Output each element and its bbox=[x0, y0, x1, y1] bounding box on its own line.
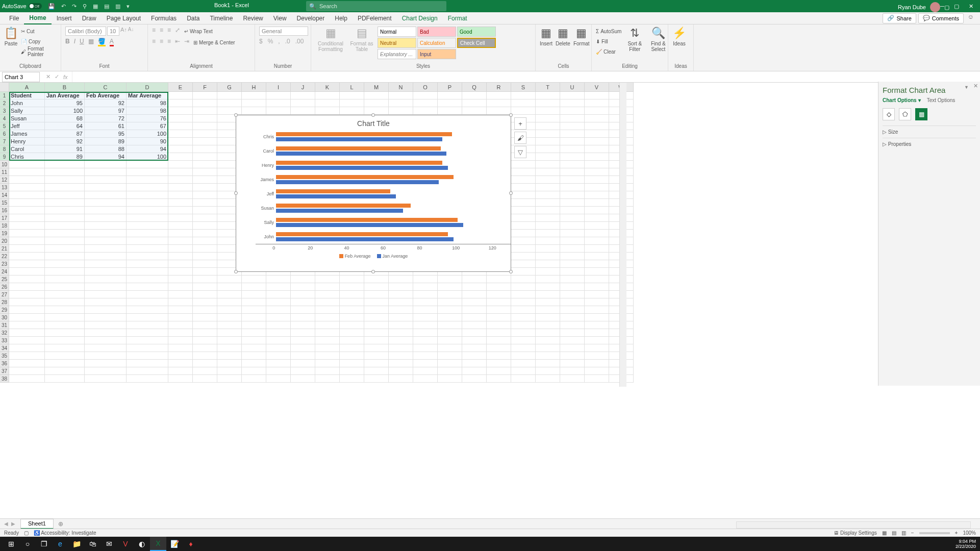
align-right-icon[interactable]: ≡ bbox=[167, 38, 171, 47]
row-header-11[interactable]: 11 bbox=[0, 168, 9, 176]
cell[interactable] bbox=[315, 298, 340, 306]
tab-help[interactable]: Help bbox=[330, 12, 353, 24]
ideas-button[interactable]: ⚡Ideas bbox=[672, 27, 686, 46]
cell[interactable] bbox=[560, 283, 585, 291]
cell[interactable]: 88 bbox=[85, 145, 127, 153]
cell[interactable] bbox=[413, 367, 438, 375]
row-header-30[interactable]: 30 bbox=[0, 314, 9, 321]
cell[interactable] bbox=[438, 99, 462, 107]
cell[interactable] bbox=[193, 314, 217, 321]
clock-date[interactable]: 2/22/2020 bbox=[956, 544, 976, 549]
cell[interactable] bbox=[487, 298, 511, 306]
chart-styles-button[interactable]: 🖌 bbox=[514, 132, 526, 144]
cell[interactable] bbox=[462, 107, 487, 115]
cell[interactable] bbox=[127, 283, 168, 291]
cell-style-calculation[interactable]: Calculation bbox=[417, 38, 456, 48]
row-header-18[interactable]: 18 bbox=[0, 222, 9, 230]
col-header-E[interactable]: E bbox=[168, 83, 193, 92]
cell[interactable] bbox=[45, 245, 85, 253]
decrease-font-icon[interactable]: A↓ bbox=[128, 27, 134, 36]
row-header-34[interactable]: 34 bbox=[0, 344, 9, 352]
row-header-10[interactable]: 10 bbox=[0, 161, 9, 168]
row-header-31[interactable]: 31 bbox=[0, 321, 9, 329]
cell[interactable] bbox=[168, 153, 193, 161]
page-layout-view-icon[interactable]: ▤ bbox=[892, 530, 896, 536]
cell[interactable] bbox=[9, 314, 45, 321]
cell[interactable] bbox=[340, 337, 364, 344]
font-color-button[interactable]: A bbox=[110, 38, 114, 46]
tab-format[interactable]: Format bbox=[443, 12, 472, 24]
cell[interactable] bbox=[438, 360, 462, 367]
cell[interactable] bbox=[127, 268, 168, 276]
cell-style-normal[interactable]: Normal bbox=[378, 27, 416, 37]
cell[interactable] bbox=[511, 199, 536, 207]
cell[interactable] bbox=[462, 329, 487, 337]
cell[interactable] bbox=[9, 245, 45, 253]
cell[interactable] bbox=[193, 260, 217, 268]
col-header-P[interactable]: P bbox=[438, 83, 462, 92]
cell[interactable] bbox=[364, 283, 389, 291]
size-properties-icon[interactable]: ▦ bbox=[915, 108, 927, 120]
row-header-12[interactable]: 12 bbox=[0, 176, 9, 184]
cell[interactable] bbox=[242, 276, 266, 283]
cell[interactable] bbox=[168, 337, 193, 344]
cell[interactable] bbox=[9, 283, 45, 291]
cell[interactable] bbox=[9, 306, 45, 314]
clock-time[interactable]: 9:04 PM bbox=[956, 539, 976, 544]
tab-home[interactable]: Home bbox=[24, 12, 51, 24]
col-header-A[interactable]: A bbox=[9, 83, 45, 92]
display-settings[interactable]: 🖥 Display Settings bbox=[834, 530, 876, 536]
cell[interactable] bbox=[127, 375, 168, 383]
save-icon[interactable]: 💾 bbox=[48, 3, 55, 10]
cell[interactable] bbox=[462, 92, 487, 99]
cell[interactable] bbox=[45, 352, 85, 360]
cell[interactable] bbox=[168, 176, 193, 184]
cell[interactable] bbox=[364, 298, 389, 306]
cell[interactable] bbox=[45, 161, 85, 168]
cell[interactable] bbox=[127, 245, 168, 253]
cell[interactable] bbox=[217, 352, 242, 360]
row-header-33[interactable]: 33 bbox=[0, 337, 9, 344]
cell[interactable] bbox=[168, 367, 193, 375]
cell[interactable] bbox=[266, 298, 291, 306]
chart-bar[interactable] bbox=[276, 194, 396, 198]
cell[interactable] bbox=[168, 107, 193, 115]
increase-decimal-icon[interactable]: .0 bbox=[285, 38, 290, 45]
cell[interactable] bbox=[389, 107, 413, 115]
decrease-decimal-icon[interactable]: .00 bbox=[295, 38, 304, 45]
cell[interactable] bbox=[127, 207, 168, 214]
cell[interactable] bbox=[168, 253, 193, 260]
cell[interactable] bbox=[9, 367, 45, 375]
cell[interactable] bbox=[364, 306, 389, 314]
cell[interactable] bbox=[45, 237, 85, 245]
cell[interactable] bbox=[85, 168, 127, 176]
cell[interactable] bbox=[585, 138, 609, 145]
cell[interactable] bbox=[291, 283, 315, 291]
cell[interactable] bbox=[45, 344, 85, 352]
cell[interactable] bbox=[511, 344, 536, 352]
chart-bar[interactable] bbox=[276, 161, 442, 165]
cell[interactable] bbox=[9, 276, 45, 283]
cell[interactable] bbox=[511, 214, 536, 222]
cell[interactable] bbox=[340, 321, 364, 329]
cell[interactable]: 76 bbox=[127, 115, 168, 122]
account-icon[interactable]: ☺ bbox=[966, 13, 976, 23]
cell[interactable] bbox=[389, 99, 413, 107]
cell[interactable] bbox=[585, 352, 609, 360]
cell[interactable] bbox=[9, 360, 45, 367]
accessibility-status[interactable]: ♿ Accessibility: Investigate bbox=[34, 530, 96, 536]
cell[interactable] bbox=[45, 306, 85, 314]
cell[interactable] bbox=[45, 375, 85, 383]
effects-icon[interactable]: ⬠ bbox=[899, 108, 911, 120]
cell[interactable] bbox=[45, 222, 85, 230]
chart-bar[interactable] bbox=[276, 175, 454, 179]
cell[interactable] bbox=[462, 291, 487, 298]
cell[interactable] bbox=[85, 352, 127, 360]
cell[interactable] bbox=[85, 199, 127, 207]
cell[interactable]: 64 bbox=[45, 122, 85, 130]
cell[interactable] bbox=[389, 329, 413, 337]
cell[interactable] bbox=[45, 260, 85, 268]
cell[interactable] bbox=[193, 237, 217, 245]
cell[interactable] bbox=[315, 360, 340, 367]
search-box[interactable]: 🔍 Search bbox=[306, 1, 446, 11]
